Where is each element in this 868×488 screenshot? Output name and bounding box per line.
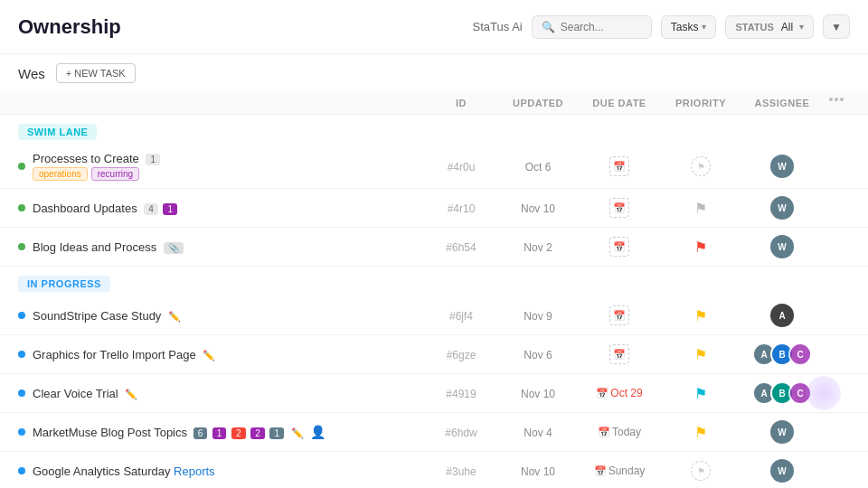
header: Ownership StaTus Ai 🔍 Tasks ▾ STATUS All… [0, 0, 868, 54]
task-tags: operations recurring [33, 167, 160, 181]
task-priority: ⚑ [660, 307, 741, 324]
task-due: 📅 [579, 237, 660, 257]
col-priority: PRIORITY [660, 98, 741, 108]
col-id: ID [425, 98, 497, 108]
new-task-button[interactable]: + NEW TASK [56, 63, 136, 83]
task-due: 📅 Sunday [579, 465, 660, 477]
task-updated: Nov 2 [497, 240, 579, 254]
task-name-cell: Graphics for Trello Import Page ✏️ [18, 348, 425, 361]
in-progress-section-label: IN PROGRESS [18, 276, 110, 292]
calendar-icon: 📅 [613, 310, 626, 322]
flag-icon: ⚑ [694, 386, 707, 401]
tasks-label: Tasks [671, 21, 699, 33]
table-row[interactable]: Dashboard Updates 4 1 #4r10 Nov 10 📅 ⚑ W [0, 189, 868, 228]
avatar: W [770, 420, 794, 444]
status-dot [18, 428, 25, 436]
task-id: #6hdw [425, 426, 497, 439]
task-due: 📅 [579, 198, 660, 218]
task-updated: Nov 6 [497, 348, 579, 361]
chevron-down-icon: ▾ [799, 22, 804, 32]
task-id: #6h54 [425, 240, 497, 254]
avatar-group: A B C [752, 381, 812, 405]
avatar: W [770, 235, 794, 258]
avatar: C [788, 343, 812, 366]
flag-icon: ⚑ [694, 239, 707, 255]
avatar: W [770, 459, 794, 483]
priority-icon: ⚑ [697, 466, 705, 476]
filter-button[interactable]: ▼ [823, 14, 850, 39]
calendar-icon: 📅 [613, 161, 626, 173]
tag-operations: operations [33, 167, 88, 181]
task-id: #4r10 [425, 202, 497, 215]
header-controls: StaTus Ai 🔍 Tasks ▾ STATUS All ▾ ▼ [473, 14, 850, 39]
task-assignee: W [741, 235, 823, 258]
edit-icon: ✏️ [125, 389, 137, 399]
edit-icon: ✏️ [203, 350, 215, 361]
calendar-icon: 📅 [613, 349, 626, 361]
avatar-group: A B C [752, 343, 812, 366]
table-row[interactable]: Google Analytics Saturday Reports #3uhe … [0, 452, 868, 488]
task-name: Graphics for Trello Import Page ✏️ [33, 348, 215, 361]
calendar-icon: 📅 [594, 465, 607, 477]
table-row[interactable]: Graphics for Trello Import Page ✏️ #6gze… [0, 335, 868, 374]
task-name-cell: Dashboard Updates 4 1 [18, 202, 425, 215]
status-value-label: All [781, 21, 793, 33]
search-box[interactable]: 🔍 [532, 15, 652, 39]
task-id: #6jf4 [425, 309, 497, 323]
task-name-cell: SoundStripe Case Study ✏️ [18, 309, 425, 323]
table-row[interactable]: SoundStripe Case Study ✏️ #6jf4 Nov 9 📅 … [0, 296, 868, 335]
task-name: Google Analytics Saturday Reports [33, 465, 215, 478]
task-name-wrapper: Dashboard Updates 4 1 [33, 202, 177, 215]
tasks-dropdown[interactable]: Tasks ▾ [661, 15, 717, 39]
col-more [823, 98, 850, 108]
logo-text: StaTus Ai [473, 20, 523, 33]
table-row[interactable]: Processes to Create 1 operations recurri… [0, 145, 868, 189]
table-header: ID UPDATED DUE DATE PRIORITY ASSIGNEE [0, 92, 868, 115]
task-name-cell: Blog Ideas and Process 📎 [18, 240, 425, 254]
col-updated: UPDATED [497, 98, 579, 108]
col-assignee: ASSIGNEE [741, 98, 823, 108]
task-priority: ⚑ [660, 346, 741, 363]
flag-icon: ⚑ [694, 201, 707, 216]
task-updated: Nov 10 [497, 465, 579, 478]
table-row[interactable]: Blog Ideas and Process 📎 #6h54 Nov 2 📅 ⚑… [0, 228, 868, 267]
due-date-overdue: Oct 29 [610, 387, 642, 399]
flag-icon: ⚑ [694, 347, 707, 362]
task-assignee: W [741, 155, 823, 178]
task-priority: ⚑ [660, 239, 741, 256]
task-name: Processes to Create 1 [33, 152, 160, 165]
task-due: 📅 [579, 156, 660, 176]
task-name: MarketMuse Blog Post Topics 6 1 2 2 1 ✏️… [33, 425, 326, 439]
task-name: Dashboard Updates 4 1 [33, 202, 177, 215]
status-dot [18, 204, 25, 211]
status-filter[interactable]: STATUS All ▾ [725, 15, 814, 39]
status-dot [18, 351, 25, 358]
table-row[interactable]: MarketMuse Blog Post Topics 6 1 2 2 1 ✏️… [0, 413, 868, 452]
search-input[interactable] [561, 21, 642, 33]
task-priority: ⚑ [660, 385, 741, 402]
avatar: W [770, 196, 794, 220]
filter-icon: ▼ [831, 21, 842, 33]
task-name: Clear Voice Trial ✏️ [33, 387, 137, 400]
task-assignee: W [741, 196, 823, 220]
table-row[interactable]: Clear Voice Trial ✏️ #4919 Nov 10 📅 Oct … [0, 374, 868, 413]
status-prefix-label: STATUS [735, 22, 773, 33]
task-assignee: A B C [741, 343, 823, 366]
task-id: #6gze [425, 348, 497, 361]
hover-glow [807, 376, 841, 410]
swim-lane-section-label: SWIM LANE [18, 124, 97, 140]
task-updated: Nov 10 [497, 202, 579, 215]
task-priority: ⚑ [660, 424, 741, 441]
status-dot [18, 243, 25, 250]
edit-icon: ✏️ [291, 427, 304, 438]
user-label: Wes [18, 66, 45, 81]
chevron-down-icon: ▾ [702, 22, 706, 32]
col-due-date: DUE DATE [579, 98, 660, 108]
tag-recurring: recurring [91, 167, 139, 181]
calendar-icon: 📅 [613, 202, 626, 214]
task-updated: Oct 6 [497, 160, 579, 174]
flag-icon: ⚑ [694, 308, 707, 324]
task-name-wrapper: Processes to Create 1 operations recurri… [33, 152, 160, 181]
edit-icon: ✏️ [168, 311, 181, 322]
task-due: 📅 Oct 29 [579, 387, 660, 399]
